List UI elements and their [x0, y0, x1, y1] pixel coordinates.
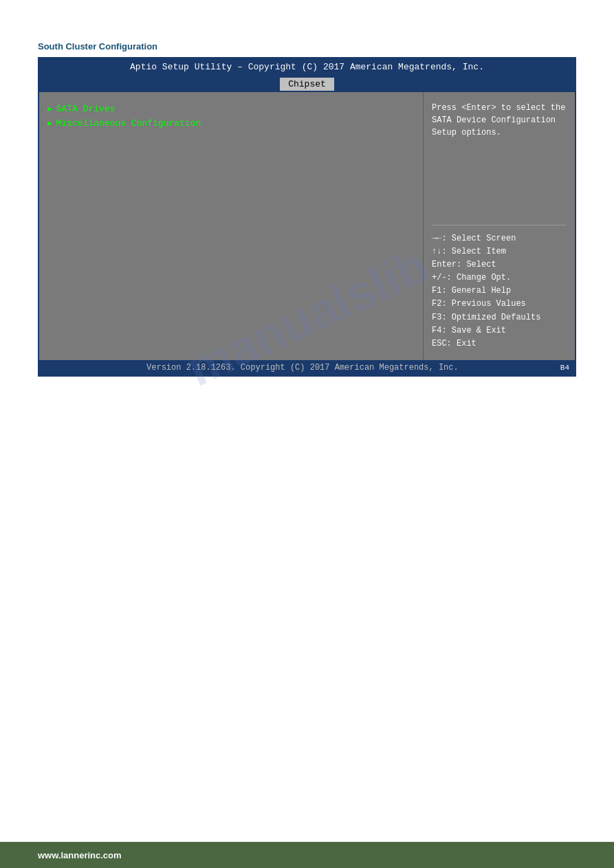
- bios-main-area: ► SATA Drives ► Miscellaneous Configurat…: [39, 92, 575, 360]
- bios-divider: [432, 225, 567, 225]
- key-change-opt: +/-: Change Opt.: [432, 271, 567, 285]
- key-esc: ESC: Exit: [432, 337, 567, 350]
- bios-screen: Aptio Setup Utility – Copyright (C) 2017…: [38, 57, 576, 377]
- section-title: South Cluster Configuration: [38, 41, 576, 52]
- key-f1: F1: General Help: [432, 285, 567, 298]
- misc-config-arrow: ►: [47, 120, 52, 128]
- bios-help-description: Press <Enter> to select the SATA Device …: [432, 102, 567, 139]
- key-enter: Enter: Select: [432, 258, 567, 271]
- key-select-item: ↑↓: Select Item: [432, 245, 567, 258]
- key-select-screen: →←: Select Screen: [432, 232, 567, 245]
- key-f4: F4: Save & Exit: [432, 324, 567, 337]
- sata-drives-arrow: ►: [47, 105, 52, 113]
- bios-key-guide: →←: Select Screen ↑↓: Select Item Enter:…: [432, 232, 567, 351]
- bottom-bar-url: www.lannerinc.com: [38, 850, 122, 860]
- bios-footer-number: B4: [560, 364, 569, 372]
- bios-tab-chipset[interactable]: Chipset: [280, 78, 334, 91]
- sata-drives-label: SATA Drives: [56, 104, 116, 114]
- bios-help-panel: Press <Enter> to select the SATA Device …: [424, 92, 575, 360]
- key-f2: F2: Previous Values: [432, 298, 567, 311]
- misc-config-label: Miscellaneous Configuration: [56, 118, 201, 129]
- key-f3: F3: Optimized Defaults: [432, 311, 567, 324]
- bottom-bar: www.lannerinc.com: [0, 842, 614, 868]
- bios-header: Aptio Setup Utility – Copyright (C) 2017…: [39, 58, 575, 76]
- bios-footer: Version 2.18.1263. Copyright (C) 2017 Am…: [39, 360, 575, 375]
- bios-menu-panel: ► SATA Drives ► Miscellaneous Configurat…: [39, 92, 424, 360]
- bios-footer-version: Version 2.18.1263. Copyright (C) 2017 Am…: [45, 363, 560, 372]
- menu-item-sata-drives[interactable]: ► SATA Drives: [47, 102, 415, 116]
- bios-tab-bar: Chipset: [39, 76, 575, 92]
- menu-item-misc-config[interactable]: ► Miscellaneous Configuration: [47, 116, 415, 131]
